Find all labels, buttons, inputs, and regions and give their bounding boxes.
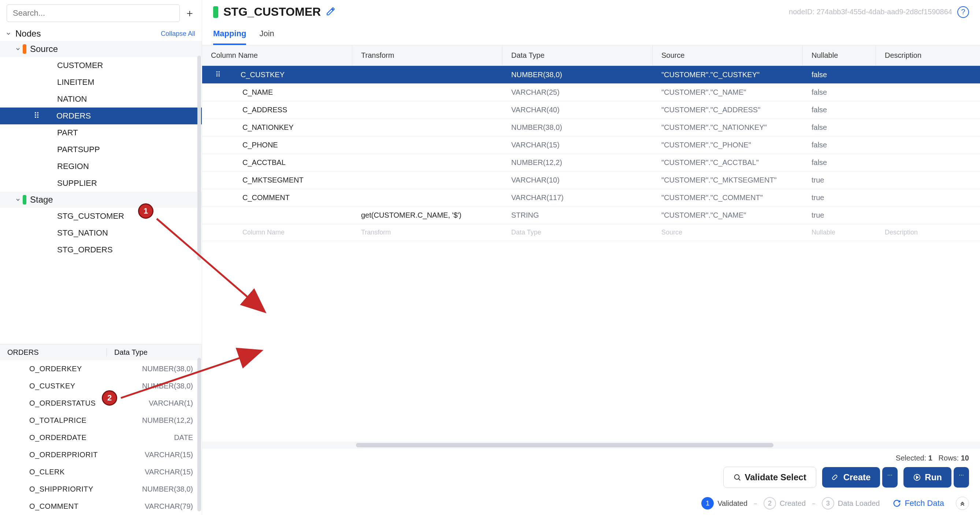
- selection-summary: Selected: 1 Rows: 10: [202, 449, 980, 465]
- chevron-down-icon: [13, 195, 23, 204]
- col-header[interactable]: Column Name: [202, 45, 352, 65]
- column-row[interactable]: O_CLERKVARCHAR(15): [0, 463, 202, 481]
- tab-bar: Mapping Join: [202, 20, 980, 45]
- group-label: Stage: [30, 195, 53, 205]
- tree-item-selected[interactable]: ⠿ ORDERS: [0, 108, 202, 124]
- column-row[interactable]: O_COMMENTVARCHAR(79): [0, 498, 202, 515]
- col-header[interactable]: Data Type: [503, 45, 652, 65]
- tree-scrollbar[interactable]: [197, 55, 201, 260]
- drag-handle-icon[interactable]: ⠿: [215, 70, 221, 79]
- drag-handle-icon[interactable]: ⠿: [34, 111, 41, 121]
- page-title: STG_CUSTOMER: [223, 5, 321, 19]
- grid-row[interactable]: get(CUSTOMER.C_NAME, '$')STRING"CUSTOMER…: [202, 207, 980, 224]
- col-header[interactable]: Description: [876, 45, 980, 65]
- create-more-button[interactable]: ⋯: [882, 467, 897, 488]
- help-icon[interactable]: ?: [957, 6, 969, 18]
- tab-join[interactable]: Join: [259, 29, 274, 45]
- col-header[interactable]: Nullable: [803, 45, 876, 65]
- create-button[interactable]: Create: [822, 467, 880, 488]
- grid-input-row[interactable]: Column Name Transform Data Type Source N…: [202, 224, 980, 241]
- orders-columns-panel: ORDERS Data Type O_ORDERKEYNUMBER(38,0) …: [0, 344, 202, 515]
- collapse-all-link[interactable]: Collapse All: [161, 30, 195, 38]
- node-id-label: nodeID: 274abb3f-455d-4dab-aad9-2d8cf159…: [789, 8, 952, 16]
- tree-group-stage[interactable]: Stage: [0, 192, 202, 208]
- add-node-button[interactable]: ＋: [184, 8, 195, 19]
- column-row[interactable]: O_SHIPPRIORITYNUMBER(38,0): [0, 481, 202, 498]
- tree-item[interactable]: STG_CUSTOMER: [0, 208, 202, 225]
- tree-item[interactable]: PARTSUPP: [0, 141, 202, 158]
- column-row[interactable]: O_CUSTKEYNUMBER(38,0): [0, 377, 202, 395]
- stage-color-chip: [23, 195, 26, 204]
- grid-row[interactable]: C_MKTSEGMENTVARCHAR(10)"CUSTOMER"."C_MKT…: [202, 171, 980, 189]
- grid-row[interactable]: C_ADDRESSVARCHAR(40)"CUSTOMER"."C_ADDRES…: [202, 101, 980, 119]
- orders-scrollbar[interactable]: [197, 358, 201, 511]
- stage-color-chip: [213, 6, 218, 18]
- tree-item[interactable]: NATION: [0, 91, 202, 108]
- grid-row[interactable]: C_ACCTBALNUMBER(12,2)"CUSTOMER"."C_ACCTB…: [202, 154, 980, 171]
- tree-item[interactable]: STG_ORDERS: [0, 241, 202, 258]
- group-label: Source: [30, 44, 58, 54]
- search-input[interactable]: [6, 5, 180, 22]
- tab-mapping[interactable]: Mapping: [213, 29, 246, 45]
- column-row[interactable]: O_ORDERKEYNUMBER(38,0): [0, 360, 202, 377]
- tree-item[interactable]: STG_NATION: [0, 225, 202, 241]
- tree-item[interactable]: LINEITEM: [0, 74, 202, 91]
- run-button[interactable]: Run: [904, 467, 951, 488]
- column-row[interactable]: O_ORDERDATEDATE: [0, 429, 202, 446]
- tree-item[interactable]: SUPPLIER: [0, 175, 202, 192]
- edit-icon[interactable]: [326, 6, 336, 17]
- sidebar-panel: ＋ Nodes Collapse All Source: [0, 0, 202, 515]
- grid-row[interactable]: C_COMMENTVARCHAR(117)"CUSTOMER"."C_COMME…: [202, 189, 980, 207]
- col-header[interactable]: Source: [652, 45, 803, 65]
- orders-type-header: Data Type: [107, 348, 194, 357]
- svg-line-1: [739, 479, 740, 480]
- status-step-created: 2 Created: [764, 497, 806, 510]
- grid-row-selected[interactable]: ⠿C_CUSTKEY NUMBER(38,0) "CUSTOMER"."C_CU…: [202, 66, 980, 84]
- column-row[interactable]: O_ORDERPRIORITVARCHAR(15): [0, 446, 202, 463]
- tree-item[interactable]: PART: [0, 124, 202, 141]
- tree-item[interactable]: CUSTOMER: [0, 57, 202, 74]
- grid-row[interactable]: C_NAMEVARCHAR(25)"CUSTOMER"."C_NAME"fals…: [202, 84, 980, 101]
- grid-row[interactable]: C_PHONEVARCHAR(15)"CUSTOMER"."C_PHONE"fa…: [202, 136, 980, 154]
- orders-panel-title: ORDERS: [7, 348, 107, 357]
- expand-up-button[interactable]: [956, 497, 969, 510]
- horizontal-scrollbar-thumb[interactable]: [356, 443, 773, 447]
- chevron-down-icon[interactable]: [4, 29, 13, 38]
- fetch-data-link[interactable]: Fetch Data: [893, 499, 944, 508]
- mapping-grid: Column Name Transform Data Type Source N…: [202, 45, 980, 442]
- status-step-dataloaded: 3 Data Loaded: [822, 497, 880, 510]
- svg-point-0: [734, 475, 739, 480]
- horizontal-scrollbar-track[interactable]: [202, 442, 980, 449]
- grid-row[interactable]: C_NATIONKEYNUMBER(38,0)"CUSTOMER"."C_NAT…: [202, 119, 980, 136]
- source-color-chip: [23, 44, 26, 54]
- tree-item-label: ORDERS: [56, 111, 91, 121]
- column-row[interactable]: O_TOTALPRICENUMBER(12,2): [0, 412, 202, 429]
- svg-marker-3: [916, 476, 919, 479]
- validate-select-button[interactable]: Validate Select: [723, 467, 816, 488]
- tree-item[interactable]: REGION: [0, 158, 202, 175]
- chevron-down-icon: [13, 44, 23, 54]
- column-row[interactable]: O_ORDERSTATUSVARCHAR(1): [0, 395, 202, 412]
- tree-group-source[interactable]: Source: [0, 41, 202, 57]
- run-more-button[interactable]: ⋯: [954, 467, 969, 488]
- col-header[interactable]: Transform: [352, 45, 503, 65]
- nodes-heading: Nodes: [15, 29, 161, 39]
- status-step-validated: 1 Validated: [701, 497, 748, 510]
